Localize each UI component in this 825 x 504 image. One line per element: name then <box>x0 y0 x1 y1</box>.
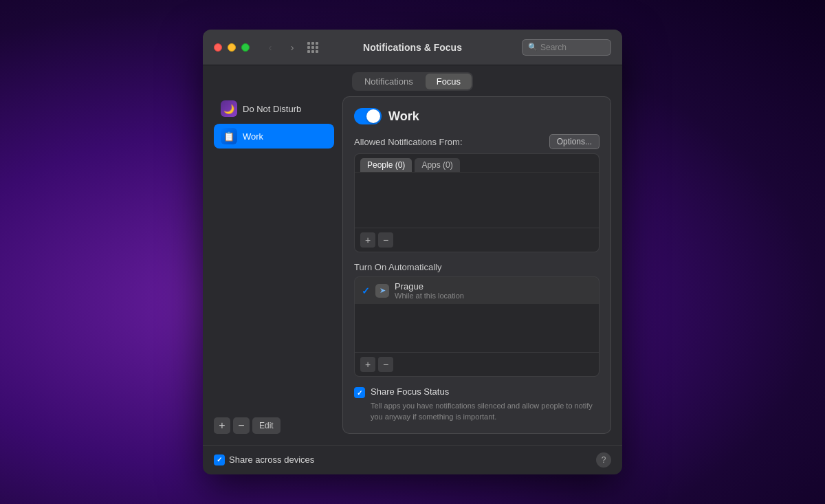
work-toggle[interactable] <box>354 108 382 124</box>
notifications-title: Allowed Notifications From: <box>354 137 463 147</box>
grid-icon <box>307 42 318 53</box>
sidebar-item-work[interactable]: 📋 Work <box>214 124 334 149</box>
traffic-lights <box>214 43 250 52</box>
tabs-bar: Notifications Focus <box>203 65 622 96</box>
notifications-section: Allowed Notifications From: Options... P… <box>354 134 600 252</box>
toggle-row: Work <box>354 108 600 124</box>
forward-button[interactable]: › <box>283 40 302 55</box>
share-row: ✓ Share Focus Status <box>354 386 600 398</box>
sidebar-item-label-work: Work <box>243 131 263 142</box>
share-across-checkbox[interactable]: ✓ <box>214 454 225 465</box>
grid-button[interactable] <box>305 40 321 55</box>
toggle-knob <box>366 109 380 123</box>
list-tabs: People (0) Apps (0) <box>355 154 599 173</box>
add-auto-button[interactable]: + <box>360 357 375 372</box>
share-across-checkmark: ✓ <box>217 456 222 463</box>
list-tab-people[interactable]: People (0) <box>360 158 412 172</box>
window-footer: ✓ Share across devices ? <box>203 445 622 474</box>
tab-notifications[interactable]: Notifications <box>353 74 424 89</box>
close-button[interactable] <box>214 43 222 52</box>
titlebar: ‹ › Notifications & Focus 🔍 Search <box>203 30 622 65</box>
prague-checkmark: ✓ <box>362 285 370 296</box>
options-button[interactable]: Options... <box>549 134 600 149</box>
minimize-button[interactable] <box>228 43 236 52</box>
prague-text: Prague While at this location <box>395 281 464 300</box>
footer-left: ✓ Share across devices <box>214 454 314 465</box>
auto-empty-space <box>355 304 599 352</box>
notifications-list-content <box>355 173 599 228</box>
notifications-list-box: People (0) Apps (0) + − <box>354 153 600 252</box>
location-icon: ➤ <box>375 284 389 298</box>
share-focus-description: Tell apps you have notifications silence… <box>354 401 600 422</box>
sidebar: 🌙 Do Not Disturb 📋 Work + − Edit <box>214 96 334 434</box>
content-area: 🌙 Do Not Disturb 📋 Work + − Edit Work <box>203 96 622 445</box>
auto-list-box: ✓ ➤ Prague While at this location + − <box>354 276 600 377</box>
prague-subtitle: While at this location <box>395 292 464 300</box>
add-notification-button[interactable]: + <box>360 232 375 248</box>
work-icon: 📋 <box>221 128 237 144</box>
tab-focus[interactable]: Focus <box>426 74 472 89</box>
toggle-label: Work <box>388 109 419 124</box>
maximize-button[interactable] <box>241 43 250 52</box>
notifications-list-actions: + − <box>355 228 599 252</box>
auto-item-prague[interactable]: ✓ ➤ Prague While at this location <box>355 277 599 304</box>
add-focus-button[interactable]: + <box>214 417 230 434</box>
main-window: ‹ › Notifications & Focus 🔍 Search Notif… <box>203 30 622 474</box>
remove-focus-button[interactable]: − <box>233 417 250 434</box>
checkbox-check-icon: ✓ <box>357 389 362 397</box>
search-placeholder: Search <box>540 43 566 52</box>
help-button[interactable]: ? <box>596 452 611 468</box>
remove-notification-button[interactable]: − <box>378 232 393 248</box>
list-tab-apps[interactable]: Apps (0) <box>415 158 459 172</box>
prague-name: Prague <box>395 281 464 292</box>
share-focus-checkbox[interactable]: ✓ <box>354 387 365 398</box>
dnd-icon: 🌙 <box>221 100 237 117</box>
auto-list-actions: + − <box>355 352 599 376</box>
sidebar-item-do-not-disturb[interactable]: 🌙 Do Not Disturb <box>214 96 334 121</box>
auto-section: Turn On Automatically ✓ ➤ Prague While a… <box>354 262 600 377</box>
window-title: Notifications & Focus <box>363 42 462 53</box>
search-box[interactable]: 🔍 Search <box>522 39 611 56</box>
detail-panel: Work Allowed Notifications From: Options… <box>342 96 611 434</box>
search-icon: 🔍 <box>528 43 538 52</box>
share-across-label: Share across devices <box>229 454 314 465</box>
back-button[interactable]: ‹ <box>261 40 280 55</box>
sidebar-item-label-dnd: Do Not Disturb <box>243 104 301 114</box>
nav-buttons: ‹ › <box>261 40 302 55</box>
share-focus-label: Share Focus Status <box>371 386 449 397</box>
remove-auto-button[interactable]: − <box>378 357 393 372</box>
notifications-header: Allowed Notifications From: Options... <box>354 134 600 149</box>
tabs-container: Notifications Focus <box>352 72 473 91</box>
sidebar-bottom: + − Edit <box>214 413 334 434</box>
auto-title: Turn On Automatically <box>354 262 600 272</box>
share-section: ✓ Share Focus Status Tell apps you have … <box>354 386 600 422</box>
edit-button[interactable]: Edit <box>252 417 280 434</box>
